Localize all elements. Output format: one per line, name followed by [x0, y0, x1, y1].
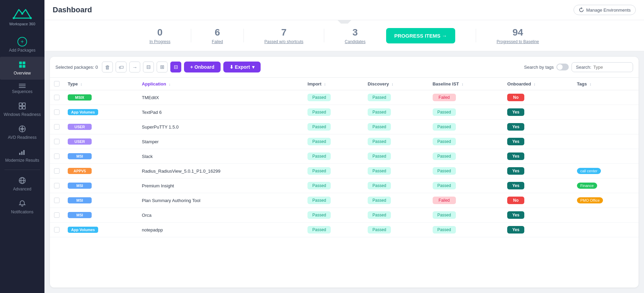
- onboarded-badge: No: [507, 197, 524, 204]
- row-tags: [573, 105, 639, 120]
- import-badge: Passed: [307, 182, 331, 189]
- row-checkbox[interactable]: [54, 168, 60, 174]
- candidates-value: 3: [353, 27, 358, 38]
- sidebar-item-overview[interactable]: Overview: [0, 57, 44, 80]
- row-checkbox[interactable]: [54, 227, 60, 232]
- sidebar-item-notifications[interactable]: Notifications: [0, 196, 44, 218]
- passed-wo-value: 7: [281, 27, 287, 38]
- row-discovery: Passed: [364, 208, 429, 223]
- onboard-button[interactable]: + Onboard: [184, 62, 220, 72]
- svg-rect-9: [19, 103, 22, 106]
- packages-table: Type ↕ Application ↓ Import ↕ Discovery …: [50, 78, 639, 237]
- progress-items-button[interactable]: PROGRESS ITEMS →: [386, 28, 455, 43]
- page-title: Dashboard: [53, 5, 92, 14]
- baseline-badge: Passed: [433, 211, 456, 219]
- manage-environments-button[interactable]: Manage Environments: [574, 5, 636, 15]
- sidebar-item-advanced[interactable]: Advanced: [0, 173, 44, 196]
- header-onboarded[interactable]: Onboarded ↕: [503, 78, 573, 90]
- passed-wo-label[interactable]: Passed w/o shortcuts: [264, 39, 303, 44]
- row-checkbox[interactable]: [54, 95, 60, 100]
- row-application[interactable]: SuperPuTTY 1.5.0: [138, 120, 304, 134]
- sidebar-item-add-packages[interactable]: + Add Packages: [0, 33, 44, 57]
- header-application[interactable]: Application ↓: [138, 78, 304, 90]
- row-discovery: Passed: [364, 193, 429, 208]
- row-tags: [573, 134, 639, 149]
- type-badge: MSIX: [68, 94, 92, 101]
- failed-label[interactable]: Failed: [212, 39, 223, 44]
- row-tags: Finance: [573, 178, 639, 193]
- search-by-tags-label: Search by tags: [524, 65, 554, 70]
- delete-button[interactable]: 🗑: [102, 62, 113, 72]
- row-discovery: Passed: [364, 134, 429, 149]
- stat-failed: 6 Failed: [212, 27, 223, 44]
- row-application[interactable]: Slack: [138, 149, 304, 164]
- header-checkbox[interactable]: [50, 78, 64, 90]
- export-button[interactable]: ⬇ Export ▾: [223, 62, 261, 72]
- baseline-badge: Passed: [433, 226, 456, 234]
- sidebar-item-avd-readiness[interactable]: AVD Readiness: [0, 121, 44, 144]
- table-row: App Volumes TextPad 6 Passed Passed Pass…: [50, 105, 639, 120]
- sidebar-nav: + Add Packages Overview Sequences: [0, 33, 44, 218]
- row-checkbox[interactable]: [54, 198, 60, 203]
- overview-icon: [18, 61, 26, 69]
- row-checkbox[interactable]: [54, 154, 60, 159]
- row-application[interactable]: Radius_RadiusView_5.0.1_P1.0_16299: [138, 164, 304, 178]
- header-discovery[interactable]: Discovery ↕: [364, 78, 429, 90]
- svg-point-3: [30, 17, 32, 19]
- import-badge: Passed: [307, 123, 331, 131]
- row-import: Passed: [303, 120, 364, 134]
- search-by-tags-toggle[interactable]: [556, 64, 569, 70]
- row-checkbox[interactable]: [54, 183, 60, 188]
- row-checkbox-cell: [50, 120, 64, 134]
- move-button[interactable]: →: [129, 62, 140, 72]
- search-input[interactable]: [593, 65, 628, 70]
- row-checkbox[interactable]: [54, 109, 60, 115]
- row-checkbox-cell: [50, 105, 64, 120]
- stats-bar: 0 In Progress 6 Failed 7 Passed w/o shor…: [44, 20, 644, 51]
- row-onboarded: Yes: [503, 164, 573, 178]
- type-badge: USER: [68, 124, 92, 130]
- row-application[interactable]: Premium Insight: [138, 178, 304, 193]
- tag-badge: Finance: [577, 183, 597, 189]
- row-application[interactable]: TextPad 6: [138, 105, 304, 120]
- svg-rect-19: [23, 150, 25, 155]
- table-row: USER Stamper Passed Passed Passed Yes: [50, 134, 639, 149]
- avd-icon: [18, 125, 26, 134]
- row-application[interactable]: Orca: [138, 208, 304, 223]
- topbar: Dashboard Manage Environments: [44, 0, 644, 20]
- notifications-icon: [18, 200, 26, 208]
- baseline-badge: Passed: [433, 152, 456, 160]
- table-container: Selected packages: 0 🗑 🏷 → ⊟ ⊞ ⊟ + Onboa…: [50, 57, 639, 288]
- row-application[interactable]: Plan Summary Authoring Tool: [138, 193, 304, 208]
- collapse-button[interactable]: ⊟: [143, 62, 154, 72]
- sidebar-item-modernize-results[interactable]: Modernize Results: [0, 144, 44, 167]
- in-progress-label[interactable]: In Progress: [149, 39, 170, 44]
- row-checkbox[interactable]: [54, 212, 60, 218]
- sidebar-item-label: Add Packages: [9, 48, 35, 53]
- header-tags[interactable]: Tags ↕: [573, 78, 639, 90]
- row-application[interactable]: notepadpp: [138, 223, 304, 237]
- svg-rect-11: [19, 106, 22, 109]
- baseline-badge: Passed: [433, 108, 456, 116]
- svg-rect-17: [19, 153, 21, 155]
- row-discovery: Passed: [364, 149, 429, 164]
- row-checkbox[interactable]: [54, 139, 60, 144]
- sidebar-item-sequences[interactable]: Sequences: [0, 80, 44, 98]
- row-application[interactable]: Stamper: [138, 134, 304, 149]
- tag-button[interactable]: 🏷: [116, 62, 127, 72]
- row-baseline-ist: Passed: [429, 178, 503, 193]
- grid-button[interactable]: ⊟: [170, 62, 181, 72]
- sidebar-item-windows-readiness[interactable]: Windows Readiness: [0, 98, 44, 121]
- row-application[interactable]: TMEditX: [138, 90, 304, 105]
- discovery-badge: Passed: [368, 152, 391, 160]
- type-badge: MSI: [68, 212, 92, 218]
- type-badge: USER: [68, 138, 92, 145]
- discovery-badge: Passed: [368, 197, 391, 204]
- row-checkbox[interactable]: [54, 124, 60, 130]
- header-baseline-ist[interactable]: Baseline IST ↕: [429, 78, 503, 90]
- progressed-label[interactable]: Progressed to Baseline: [497, 39, 539, 44]
- header-import[interactable]: Import ↕: [303, 78, 364, 90]
- candidates-label[interactable]: Candidates: [345, 39, 366, 44]
- expand-button[interactable]: ⊞: [157, 62, 168, 72]
- selected-count-label: Selected packages: 0: [55, 65, 98, 70]
